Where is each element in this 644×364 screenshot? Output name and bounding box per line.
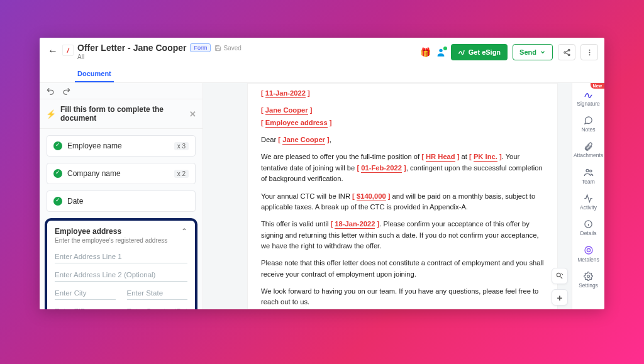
notes-icon [584,116,593,125]
sidebar-item-team[interactable]: Team [572,163,604,189]
addr-country-input[interactable] [127,304,188,309]
activity-icon [584,194,593,203]
document-canvas[interactable]: [ 11-Jan-2022 ] [ Jane Cooper ] [ Employ… [203,83,572,309]
sidebar-item-label: Metalens [577,256,599,263]
addr-zip-input[interactable] [55,304,116,309]
field-count: x 3 [174,142,189,150]
send-label: Send [519,48,536,56]
sidebar-item-label: Signature [577,101,599,107]
document-page: [ 11-Jan-2022 ] [ Jane Cooper ] [ Employ… [247,83,558,309]
token-doj[interactable]: 01-Feb-2022 [361,164,402,173]
sidebar-item-signature[interactable]: Signature [572,85,604,111]
doc-logo-icon: / [62,45,74,56]
add-button[interactable]: + [552,289,568,306]
svg-point-0 [439,49,442,52]
svg-point-8 [557,273,560,277]
field-label: Employee name [67,141,169,150]
share-button[interactable] [558,44,575,60]
addr-city-input[interactable] [55,285,116,300]
find-replace-button[interactable] [552,268,568,284]
token-employee-address[interactable]: Employee address [265,119,328,128]
doc-text: Your annual CTC will be INR [261,192,350,200]
svg-point-9 [586,169,589,172]
back-button[interactable]: ← [46,45,60,57]
get-esign-label: Get eSign [469,48,501,56]
fill-banner-text: Fill this form to complete the document [60,105,185,123]
redo-button[interactable] [62,87,71,96]
check-icon [53,141,62,150]
signature-icon [584,89,594,99]
sidebar-item-details[interactable]: Details [572,216,604,240]
svg-point-5 [589,52,590,53]
saved-status: Saved [214,45,241,52]
field-label: Date [67,197,189,206]
token-ctc[interactable]: $140,000 [357,192,386,201]
sidebar-item-activity[interactable]: Activity [572,190,604,214]
doc-text: Please note that this offer letter does … [261,258,544,280]
addr-line2-input[interactable] [55,267,187,282]
sidebar-item-attachments[interactable]: Attachments [572,138,604,162]
new-badge: New [591,83,604,89]
info-icon [584,219,593,229]
field-row-employee-name[interactable]: Employee name x 3 [47,135,196,157]
token-valid-until[interactable]: 18-Jan-2022 [335,220,375,229]
sidebar-item-label: Settings [579,282,598,289]
sidebar-item-label: Activity [580,204,597,211]
svg-point-6 [589,54,590,55]
addr-title: Employee address [55,227,167,236]
doc-text: This offer is valid until [261,220,328,228]
gear-icon [584,272,593,281]
saved-label: Saved [223,45,241,52]
addr-subtitle: Enter the employee's registered address [55,237,167,244]
team-icon [584,167,594,177]
metalens-icon [584,245,594,255]
sidebar-item-label: Attachments [574,152,603,158]
send-button[interactable]: Send [513,44,553,60]
close-banner-button[interactable]: ✕ [189,109,196,119]
token-date[interactable]: 11-Jan-2022 [265,89,306,98]
user-presence-icon[interactable] [436,47,446,57]
bolt-icon: ⚡ [46,109,56,119]
field-count: x 2 [174,170,189,178]
more-button[interactable] [580,44,598,60]
doc-text: at [462,153,467,160]
doc-text: We are pleased to offer you the full-tim… [261,153,419,160]
check-icon [53,169,62,178]
token-company[interactable]: PK Inc. [474,153,497,162]
svg-point-10 [589,170,591,172]
field-row-date[interactable]: Date [47,190,196,212]
sidebar-item-metalens[interactable]: Metalens [572,241,604,267]
addr-state-input[interactable] [127,285,188,300]
field-row-company-name[interactable]: Company name x 2 [47,163,196,184]
gift-icon[interactable]: 🎁 [420,47,431,57]
svg-point-4 [589,49,590,50]
page-title: Offer Letter - Jane Cooper [77,43,186,53]
token-employee-name[interactable]: Jane Cooper [282,136,325,145]
field-card-employee-address: Employee address Enter the employee's re… [45,218,197,309]
sidebar-item-settings[interactable]: Settings [572,268,604,292]
form-chip: Form [190,43,211,52]
addr-line1-input[interactable] [55,249,187,263]
sidebar-item-label: Team [582,179,595,185]
attachment-icon [584,141,593,151]
check-icon [53,197,62,206]
collapse-icon[interactable]: ⌃ [181,227,187,236]
svg-point-13 [587,248,590,251]
tab-document[interactable]: Document [75,65,114,82]
doc-text: We look forward to having you on our tea… [261,286,544,308]
sidebar-item-label: Details [580,230,597,236]
svg-point-14 [587,275,590,278]
doc-text: Dear [261,136,276,143]
field-label: Company name [67,169,169,178]
token-employee-name[interactable]: Jane Cooper [265,106,308,115]
token-role[interactable]: HR Head [426,153,455,162]
get-esign-button[interactable]: Get eSign [451,44,508,60]
breadcrumb: All [77,53,420,60]
undo-button[interactable] [46,87,55,96]
sidebar-item-notes[interactable]: Notes [572,112,604,136]
sidebar-item-label: Notes [581,126,595,133]
